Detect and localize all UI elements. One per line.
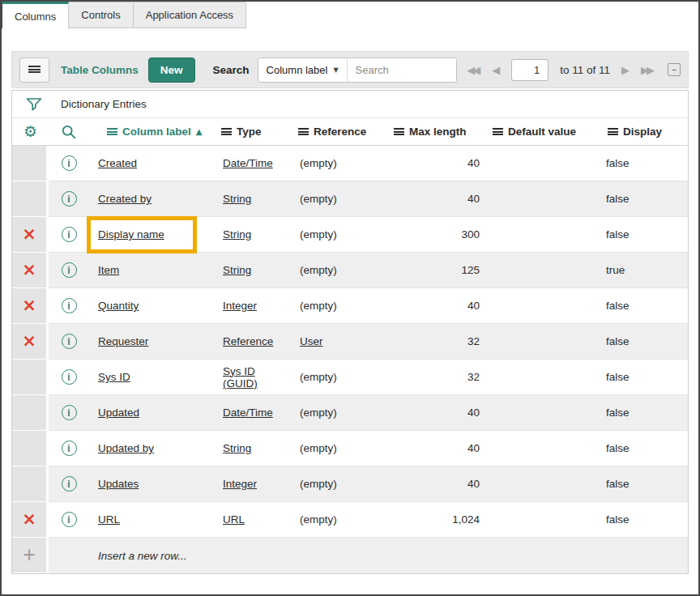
reference-link[interactable]: (empty) xyxy=(300,513,337,526)
first-page-button[interactable]: ◀◀ xyxy=(467,64,480,76)
tab-controls[interactable]: Controls xyxy=(69,2,133,28)
column-label-cell: Updates xyxy=(89,466,215,502)
column-label-link[interactable]: Updated xyxy=(98,407,139,419)
header-display[interactable]: Display xyxy=(601,126,688,138)
column-label-link[interactable]: Updates xyxy=(98,478,139,490)
type-link[interactable]: Date/Time xyxy=(223,407,273,419)
search-input[interactable] xyxy=(348,58,456,82)
tab-application-access[interactable]: Application Access xyxy=(134,2,246,28)
header-column-label[interactable]: Column label ▲ xyxy=(89,126,215,138)
type-link[interactable]: Sys ID (GUID) xyxy=(223,365,292,390)
header-reference[interactable]: Reference xyxy=(292,126,387,138)
list-title-link[interactable]: Table Columns xyxy=(61,64,139,76)
column-label-link[interactable]: Sys ID xyxy=(98,371,130,383)
new-button[interactable]: New xyxy=(148,57,195,83)
column-label-link[interactable]: Quantity xyxy=(98,300,139,312)
info-icon[interactable]: i xyxy=(62,476,77,492)
max-length-cell: 40 xyxy=(387,288,486,324)
info-cell: i xyxy=(49,431,89,466)
default-value-cell xyxy=(486,288,601,324)
type-link[interactable]: Date/Time xyxy=(223,157,273,169)
column-label-link[interactable]: Created by xyxy=(98,193,152,205)
reference-link[interactable]: (empty) xyxy=(300,157,337,169)
default-value-cell xyxy=(486,360,601,395)
info-icon[interactable]: i xyxy=(62,227,77,242)
type-cell: Integer xyxy=(215,288,292,324)
info-icon[interactable]: i xyxy=(62,405,77,420)
gear-icon[interactable]: ⚙ xyxy=(23,124,37,139)
reference-link[interactable]: (empty) xyxy=(300,442,337,454)
sort-ascending-icon: ▲ xyxy=(196,127,203,136)
delete-row-button[interactable]: × xyxy=(22,297,36,314)
default-value-cell xyxy=(486,431,601,466)
reference-link[interactable]: (empty) xyxy=(300,407,337,419)
type-link[interactable]: Integer xyxy=(223,300,257,312)
column-menu-icon xyxy=(608,128,618,135)
table-row: × i Updated Date/Time (empty) 40 false xyxy=(12,395,688,431)
reference-link[interactable]: (empty) xyxy=(300,228,337,241)
column-label-link[interactable]: Requester xyxy=(98,335,148,347)
info-icon[interactable]: i xyxy=(62,334,77,349)
reference-link[interactable]: (empty) xyxy=(300,300,337,312)
type-link[interactable]: String xyxy=(223,193,251,205)
type-link[interactable]: Integer xyxy=(223,478,257,490)
filter-funnel-icon[interactable] xyxy=(25,96,43,113)
header-max-length[interactable]: Max length xyxy=(387,126,486,138)
column-label-link[interactable]: Display name xyxy=(98,228,164,241)
info-cell: i xyxy=(49,466,89,502)
type-link[interactable]: String xyxy=(223,264,251,276)
insert-row-cell[interactable]: Insert a new row... xyxy=(89,538,688,573)
type-link[interactable]: Reference xyxy=(223,335,273,347)
reference-link[interactable]: (empty) xyxy=(300,193,337,205)
display-cell: false xyxy=(601,217,688,253)
column-label-cell: Requester xyxy=(89,324,215,360)
list-context-menu-button[interactable] xyxy=(19,57,49,83)
reference-link[interactable]: User xyxy=(300,335,323,347)
header-type[interactable]: Type xyxy=(215,126,292,138)
type-link[interactable]: URL xyxy=(223,513,245,526)
page-number-input[interactable] xyxy=(511,59,548,81)
type-link[interactable]: String xyxy=(223,228,251,241)
column-label-cell: Sys ID xyxy=(89,360,215,395)
table-header-row: ⚙ Column label ▲ Type xyxy=(12,118,688,146)
tab-columns[interactable]: Columns xyxy=(2,2,69,28)
collapse-list-button[interactable]: − xyxy=(668,63,681,76)
column-label-link[interactable]: Updated by xyxy=(98,442,154,454)
reference-link[interactable]: (empty) xyxy=(300,371,337,383)
max-length-cell: 40 xyxy=(387,146,486,181)
column-label-link[interactable]: URL xyxy=(98,513,120,526)
info-icon[interactable]: i xyxy=(62,512,77,527)
header-default-value[interactable]: Default value xyxy=(486,126,601,138)
info-icon[interactable]: i xyxy=(62,262,77,278)
previous-page-button[interactable]: ◀ xyxy=(492,64,500,76)
info-icon[interactable]: i xyxy=(62,298,77,313)
info-icon[interactable]: i xyxy=(62,369,77,385)
reference-cell: (empty) xyxy=(292,217,387,253)
delete-row-button[interactable]: × xyxy=(22,333,36,350)
search-icon[interactable] xyxy=(61,124,77,140)
reference-link[interactable]: (empty) xyxy=(300,264,337,276)
type-cell: String xyxy=(215,217,292,253)
info-icon[interactable]: i xyxy=(62,155,77,171)
delete-row-button[interactable]: × xyxy=(22,262,36,279)
insert-row[interactable]: + Insert a new row... xyxy=(12,538,688,573)
last-page-button[interactable]: ▶▶ xyxy=(641,64,655,76)
delete-cell: × xyxy=(12,217,49,253)
info-icon[interactable]: i xyxy=(62,191,77,206)
next-page-button[interactable]: ▶ xyxy=(621,64,630,76)
delete-row-button[interactable]: × xyxy=(22,511,36,528)
table-row: × i Requester Reference User 32 false xyxy=(12,324,688,360)
delete-row-button[interactable]: × xyxy=(22,226,36,243)
info-icon[interactable]: i xyxy=(62,441,77,456)
header-max-length-text: Max length xyxy=(409,126,467,138)
table-row: × i Updates Integer (empty) 40 false xyxy=(12,466,688,502)
search-field-select[interactable]: Column label ▼ xyxy=(258,58,348,82)
table-row: × i Updated by String (empty) 40 false xyxy=(12,431,688,466)
column-label-link[interactable]: Created xyxy=(98,157,137,169)
column-menu-icon xyxy=(298,128,309,135)
column-label-link[interactable]: Item xyxy=(98,264,119,276)
type-link[interactable]: String xyxy=(223,442,251,454)
reference-link[interactable]: (empty) xyxy=(300,478,337,490)
filter-title: Dictionary Entries xyxy=(61,98,147,110)
info-cell: i xyxy=(49,146,89,181)
